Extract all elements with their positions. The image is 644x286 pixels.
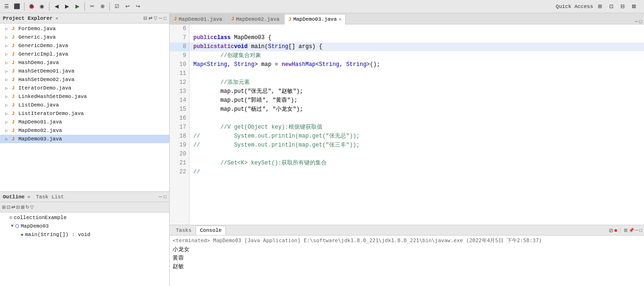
code-line-7[interactable]: public class MapDemo03 { [190,33,644,42]
tree-item-MapDemo03-java[interactable]: ▷ J MapDemo03.java [0,135,169,143]
outline-item-1[interactable]: ▼ ⬡ MapDemo03 [0,222,169,230]
toolbar-btn-11[interactable]: ↪ [133,2,142,11]
bottom-panel: Tasks Console ⊘ ■ ⋮ ⊞ 📌 ─ □ <terminated>… [170,225,644,286]
tab-mapdemo01[interactable]: J MapDemo01.java [170,14,226,24]
code-line-10[interactable]: Map<String, String> map = new HashMap<St… [190,60,644,69]
code-line-9[interactable]: //创建集合对象 [190,51,644,60]
tree-item-IteratorDemo-java[interactable]: ▷ J IteratorDemo.java [0,84,169,92]
sep-1 [24,2,25,11]
console-stop-btn[interactable]: ■ [614,228,617,233]
code-line-12[interactable]: //添加元素 [190,78,644,87]
tab-mapdemo02[interactable]: J MapDemo02.java [227,14,283,24]
outline-view-btn[interactable]: ▽ [30,204,34,210]
tree-arrow: ▷ [4,35,9,40]
tree-item-ForDemo-java[interactable]: ▷ J ForDemo.java [0,25,169,33]
console-copy-btn[interactable]: ⊞ [624,228,627,233]
tree-item-ListIteratorDemo-java[interactable]: ▷ J ListIteratorDemo.java [0,109,169,118]
code-line-17[interactable]: //V get(Object key):根据键获取值 [190,123,644,132]
outline-filter-btn[interactable]: ⊡ [7,204,10,210]
code-line-6[interactable] [190,25,644,33]
console-tab[interactable]: Console [196,226,226,235]
console-actions: ⊘ ■ ⋮ ⊞ 📌 ─ □ [609,227,642,234]
java-file-icon: J [9,101,17,109]
toolbar-btn-8[interactable]: ⊕ [98,2,107,11]
toolbar-btn-4[interactable]: ◉ [37,2,47,11]
maximize-btn[interactable]: □ [164,16,166,21]
outline-arrow-1: ▼ [9,224,15,229]
tree-item-Generic-java[interactable]: ▷ J Generic.java [0,33,169,41]
toolbar-btn-10[interactable]: ↩ [123,2,132,11]
tree-item-GenericDemo-java[interactable]: ▷ J GenericDemo.java [0,41,169,50]
tree-item-LinkedHashSetDemo-java[interactable]: ▷ J LinkedHashSetDemo.java [0,92,169,101]
code-line-21[interactable]: //Set<K> keySet():获取所有键的集合 [190,159,644,168]
line-num-13: 13 [170,87,189,96]
minimize-btn[interactable]: ─ [159,16,162,21]
tasks-tab[interactable]: Tasks [172,226,196,235]
toolbar-btn-6[interactable]: ▶ [62,2,72,11]
code-line-20[interactable] [190,150,644,159]
outline-panel: Outline ✕ Task List ─ □ ⊞ ⊡ ⇄ ⊟ ⊠ ↻ ▽ ⊞ [0,192,169,286]
outline-close[interactable]: ✕ [27,194,30,200]
tree-item-HashDemo-java[interactable]: ▷ J HashDemo.java [0,58,169,67]
console-minimize[interactable]: ─ [635,228,638,233]
code-line-16[interactable] [190,114,644,123]
console-maximize[interactable]: □ [639,228,642,233]
outline-sync-btn[interactable]: ↻ [25,204,29,210]
tree-item-ListDemo-java[interactable]: ▷ J ListDemo.java [0,101,169,109]
tab-close-3[interactable]: ✕ [339,16,341,22]
outline-link-btn[interactable]: ⇄ [11,204,15,210]
code-editor[interactable]: 678910111213141516171819202122 public cl… [170,25,644,225]
code-line-15[interactable]: map.put("杨过", "小龙女"); [190,105,644,114]
task-list-tab[interactable]: Task List [36,194,64,200]
project-explorer-close[interactable]: ✕ [56,16,58,21]
outline-expand-btn[interactable]: ⊠ [21,204,25,210]
java-file-icon: J [9,25,17,33]
console-more-btn[interactable]: ⋮ [618,228,623,233]
toolbar-btn-run[interactable]: ▶ [73,2,82,11]
project-explorer-actions: ⊟ ⇄ ▽ ─ □ [143,16,166,21]
console-pin-btn[interactable]: 📌 [628,228,634,233]
layout-btn[interactable]: ⊠ [629,2,638,11]
code-content[interactable]: public class MapDemo03 { public static v… [190,25,644,225]
outline-minimize[interactable]: ─ [159,194,162,199]
toolbar-btn-3[interactable]: 🐞 [27,2,36,11]
toolbar-btn-2[interactable]: ⬛ [12,2,22,11]
outline-toolbar: ⊞ ⊡ ⇄ ⊟ ⊠ ↻ ▽ [0,202,169,212]
code-line-18[interactable]: // System.out.println(map.get("张无忌")); [190,132,644,141]
tree-item-MapDemo01-java[interactable]: ▷ J MapDemo01.java [0,118,169,126]
code-line-14[interactable]: map.put("郭靖", "黄蓉"); [190,96,644,105]
outline-item-2[interactable]: ● main(String[]) : void [0,230,169,239]
code-line-19[interactable]: // System.out.println(map.get("张三丰")); [190,141,644,150]
link-btn[interactable]: ⇄ [149,16,152,21]
tree-item-HashSetDemo01-java[interactable]: ▷ J HashSetDemo01.java [0,67,169,75]
tree-item-MapDemo02-java[interactable]: ▷ J MapDemo02.java [0,126,169,135]
perspective-btn[interactable]: ⊡ [606,2,616,11]
tab-mapdemo03[interactable]: J MapDemo03.java ✕ [284,14,346,25]
code-line-11[interactable] [190,69,644,78]
view-menu-btn[interactable]: ▽ [154,16,157,21]
line-num-6: 6 [170,25,189,33]
editor-maximize[interactable]: □ [639,19,642,24]
toolbar-btn-7[interactable]: ✂ [87,2,97,11]
outline-title: Outline [3,194,25,200]
method-icon: ● [21,232,24,237]
code-line-8[interactable]: public static void main(String[] args) { [190,42,644,51]
toolbar-btn-1[interactable]: ☰ [2,2,11,11]
tree-item-HashSetDemo02-java[interactable]: ▷ J HashSetDemo02.java [0,75,169,84]
tree-item-label: LinkedHashSetDemo.java [18,94,87,99]
code-line-13[interactable]: map.put("张无忌", "赵敏"); [190,87,644,96]
toolbar-btn-9[interactable]: ☑ [112,2,122,11]
view-btn[interactable]: ⊟ [618,2,627,11]
console-clear-btn[interactable]: ⊘ [609,227,613,234]
java-file-icon: J [9,42,17,49]
outline-sort-btn[interactable]: ⊞ [2,204,6,210]
tree-item-GenericImpl-java[interactable]: ▷ J GenericImpl.java [0,50,169,58]
editor-minimize[interactable]: ─ [635,19,638,24]
code-line-22[interactable]: // [190,168,644,177]
outline-maximize[interactable]: □ [164,194,166,199]
toolbar-btn-5[interactable]: ◀ [52,2,61,11]
collapse-all-btn[interactable]: ⊟ [143,16,147,21]
outline-collapse-btn[interactable]: ⊟ [16,204,20,210]
outline-item-0[interactable]: ⊞ collectionExample [0,213,169,222]
quick-access-btn[interactable]: ⊞ [595,2,604,11]
